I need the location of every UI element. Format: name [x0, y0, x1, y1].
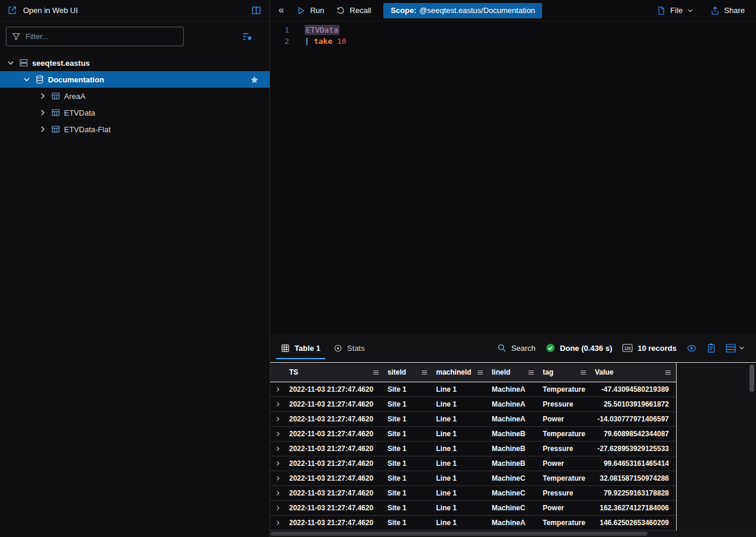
cell: 2022-11-03 21:27:47.4620 — [286, 412, 384, 426]
cell: Line 1 — [433, 427, 488, 441]
table-row[interactable]: 2022-11-03 21:27:47.4620Site 1Line 1Mach… — [270, 471, 676, 486]
cell: Site 1 — [384, 397, 433, 411]
file-menu-button[interactable]: File — [651, 4, 699, 18]
cell: -14.030777971406597 — [591, 412, 676, 426]
row-expander-icon — [274, 401, 281, 408]
grid-header: TSsiteIdmachineIdlineIdtagValue — [270, 363, 676, 382]
row-expander-icon — [274, 445, 281, 452]
table-row[interactable]: 2022-11-03 21:27:47.4620Site 1Line 1Mach… — [270, 427, 676, 442]
clipboard-icon[interactable] — [707, 343, 716, 353]
table-row[interactable]: 2022-11-03 21:27:47.4620Site 1Line 1Mach… — [270, 382, 676, 397]
record-count: 123 10 records — [622, 344, 677, 353]
tab-table-1-label: Table 1 — [294, 344, 321, 353]
table-row[interactable]: 2022-11-03 21:27:47.4620Site 1Line 1Mach… — [270, 456, 676, 471]
star-icon[interactable] — [250, 75, 259, 84]
table-row[interactable]: 2022-11-03 21:27:47.4620Site 1Line 1Mach… — [270, 442, 676, 456]
grid-icon — [281, 344, 290, 353]
column-menu-icon[interactable] — [664, 369, 672, 376]
layout-menu-button[interactable] — [726, 344, 745, 353]
favorites-filter-icon[interactable] — [242, 31, 253, 42]
table-row[interactable]: 2022-11-03 21:27:47.4620Site 1Line 1Mach… — [270, 486, 676, 501]
tree-item-etvdata[interactable]: ETVData — [0, 104, 270, 121]
row-expander[interactable] — [270, 471, 286, 485]
table-icon — [51, 124, 60, 134]
column-header-ts[interactable]: TS — [286, 363, 384, 382]
search-button[interactable]: Search — [497, 343, 536, 353]
layout-rows-icon — [726, 344, 736, 353]
cell: Site 1 — [384, 501, 433, 515]
run-icon — [296, 6, 306, 15]
cell: Line 1 — [433, 471, 488, 485]
file-label: File — [670, 6, 683, 15]
file-icon — [656, 6, 666, 15]
vertical-scrollbar-thumb[interactable] — [749, 365, 754, 392]
tree-item-etvdata-flat[interactable]: ETVData-Flat — [0, 121, 270, 138]
chevron-down-icon — [6, 58, 15, 68]
filter-input[interactable] — [25, 32, 178, 41]
tree-item-label: Documentation — [48, 75, 104, 84]
tree-item-label: seeqtest.eastus — [32, 59, 90, 68]
table-row[interactable]: 2022-11-03 21:27:47.4620Site 1Line 1Mach… — [270, 412, 676, 427]
column-header-value[interactable]: Value — [591, 363, 676, 382]
recall-button[interactable]: Recall — [331, 4, 376, 18]
column-menu-icon[interactable] — [579, 369, 587, 376]
cell: Pressure — [539, 442, 591, 456]
cell: MachineA — [488, 412, 539, 426]
column-header-lineid[interactable]: lineId — [488, 363, 539, 382]
tree-item-areaa[interactable]: AreaA — [0, 88, 270, 104]
cell: 2022-11-03 21:27:47.4620 — [286, 456, 384, 471]
column-header-machineid[interactable]: machineId — [433, 363, 488, 382]
run-button[interactable]: Run — [291, 4, 329, 18]
row-expander[interactable] — [270, 516, 286, 530]
vertical-scrollbar[interactable] — [749, 365, 754, 529]
column-menu-icon[interactable] — [421, 369, 428, 376]
share-button[interactable]: Share — [705, 4, 750, 18]
search-label: Search — [511, 344, 536, 353]
row-expander[interactable] — [270, 382, 286, 397]
cell: MachineA — [488, 382, 539, 397]
tab-table-1[interactable]: Table 1 — [276, 337, 325, 359]
results-grid-wrap: TSsiteIdmachineIdlineIdtagValue 2022-11-… — [270, 362, 756, 530]
column-header-tag[interactable]: tag — [539, 363, 591, 382]
filter-input-wrapper — [6, 27, 184, 46]
query-editor[interactable]: 1ETVData2| take 10 — [270, 21, 756, 334]
results-status-bar: Search Done (0.436 s) 123 10 records — [497, 343, 750, 353]
tree-item-seeqtest.eastus[interactable]: seeqtest.eastus — [0, 55, 270, 71]
cell: Site 1 — [384, 456, 433, 471]
query-status: Done (0.436 s) — [546, 343, 612, 353]
split-editor-icon[interactable] — [251, 5, 261, 15]
code-line: 2| take 10 — [270, 36, 756, 47]
tab-stats[interactable]: Stats — [329, 337, 370, 359]
table-row[interactable]: 2022-11-03 21:27:47.4620Site 1Line 1Mach… — [270, 397, 676, 412]
collapse-panel-button[interactable]: « — [273, 4, 290, 17]
column-menu-icon — [421, 369, 428, 376]
column-header-siteid[interactable]: siteId — [384, 363, 433, 382]
horizontal-scrollbar-thumb[interactable] — [271, 532, 648, 536]
horizontal-scrollbar[interactable] — [270, 530, 756, 537]
line-number: 1 — [270, 24, 289, 36]
cell: 25.50103919661872 — [591, 397, 676, 411]
row-expander[interactable] — [270, 486, 286, 500]
row-expander[interactable] — [270, 397, 286, 411]
column-menu-icon[interactable] — [476, 369, 484, 376]
row-expander[interactable] — [270, 412, 286, 426]
open-in-web-ui-button[interactable]: Open in Web UI — [7, 5, 78, 15]
table-row[interactable]: 2022-11-03 21:27:47.4620Site 1Line 1Mach… — [270, 501, 676, 516]
column-menu-icon[interactable] — [372, 369, 380, 376]
row-expander-icon — [274, 386, 281, 393]
cell: 2022-11-03 21:27:47.4620 — [286, 382, 384, 397]
query-status-label: Done (0.436 s) — [560, 344, 612, 353]
tree-item-documentation[interactable]: Documentation — [0, 71, 270, 88]
cell: -47.43094580219389 — [591, 382, 676, 397]
column-menu-icon[interactable] — [527, 369, 535, 376]
cell: MachineC — [488, 501, 539, 515]
scope-badge[interactable]: Scope: @seeqtest.eastus/Documentation — [383, 3, 542, 18]
eye-icon[interactable] — [687, 343, 697, 353]
row-expander[interactable] — [270, 501, 286, 515]
row-expander[interactable] — [270, 442, 286, 456]
tree-item-label: ETVData — [64, 108, 95, 117]
table-row[interactable]: 2022-11-03 21:27:47.4620Site 1Line 1Mach… — [270, 516, 676, 530]
cell: 2022-11-03 21:27:47.4620 — [286, 442, 384, 456]
row-expander[interactable] — [270, 456, 286, 471]
row-expander[interactable] — [270, 427, 286, 441]
